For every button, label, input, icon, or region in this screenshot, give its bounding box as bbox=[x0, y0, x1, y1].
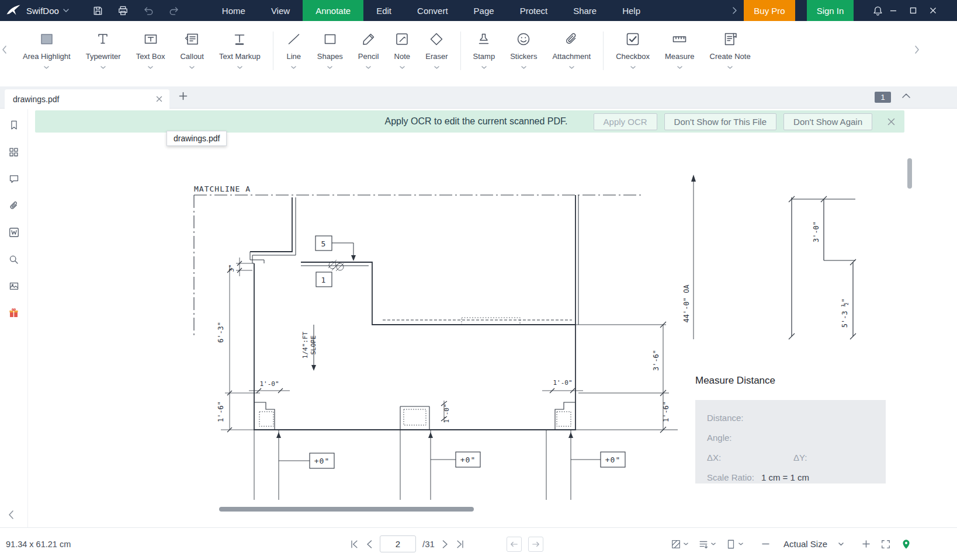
menu-share[interactable]: Share bbox=[560, 0, 609, 21]
zoom-dropdown-chevron-icon[interactable] bbox=[838, 542, 844, 546]
page-count-badge[interactable]: 1 bbox=[875, 92, 891, 103]
tool-stamp[interactable]: Stamp bbox=[466, 21, 503, 69]
scroll-mode-button[interactable] bbox=[698, 539, 716, 549]
previous-page-icon[interactable] bbox=[365, 540, 373, 549]
app-menu-caret-icon[interactable] bbox=[63, 9, 69, 12]
elevation-label: +0" bbox=[605, 455, 620, 464]
pdf-page-canvas[interactable]: Apply OCR to edit the current scanned PD… bbox=[28, 109, 957, 527]
apply-ocr-button[interactable]: Apply OCR bbox=[594, 113, 657, 130]
sidebar-item-snapshot[interactable] bbox=[7, 280, 21, 293]
minimize-button[interactable] bbox=[883, 0, 903, 21]
chevron-down-icon[interactable] bbox=[327, 66, 332, 69]
first-page-icon[interactable] bbox=[349, 540, 359, 549]
chevron-down-icon[interactable] bbox=[677, 66, 682, 69]
chevron-down-icon[interactable] bbox=[100, 66, 106, 69]
menu-protect[interactable]: Protect bbox=[507, 0, 561, 21]
tool-text-markup[interactable]: Text Markup bbox=[211, 21, 268, 69]
chevron-down-icon[interactable] bbox=[481, 66, 487, 69]
sidebar-item-thumbnails[interactable] bbox=[7, 145, 21, 158]
history-back-button[interactable] bbox=[507, 537, 522, 552]
horizontal-scrollbar[interactable] bbox=[28, 507, 957, 512]
chevron-down-icon[interactable] bbox=[366, 66, 371, 69]
chevron-down-icon[interactable] bbox=[521, 66, 526, 69]
fullscreen-icon[interactable] bbox=[880, 539, 891, 549]
menu-convert[interactable]: Convert bbox=[404, 0, 461, 21]
print-icon[interactable] bbox=[117, 5, 129, 16]
vertical-scrollbar[interactable] bbox=[907, 109, 913, 527]
stamp-icon bbox=[476, 30, 492, 48]
dimension-label: 44'-0" OA bbox=[682, 284, 691, 323]
chevron-down-icon[interactable] bbox=[630, 66, 636, 69]
sidebar-item-attachments[interactable] bbox=[7, 199, 21, 212]
tool-measure[interactable]: Measure bbox=[657, 21, 702, 69]
tab-drawings-pdf[interactable]: drawings.pdf bbox=[5, 89, 169, 109]
ribbon-scroll-right-icon[interactable] bbox=[915, 46, 920, 54]
banner-close-icon[interactable] bbox=[887, 118, 895, 126]
bell-icon[interactable] bbox=[872, 5, 883, 16]
tool-create-note[interactable]: Create Note bbox=[702, 21, 758, 69]
chevron-down-icon[interactable] bbox=[189, 66, 195, 69]
chevron-down-icon[interactable] bbox=[434, 66, 439, 69]
sidebar-item-word-convert[interactable] bbox=[7, 226, 21, 239]
save-icon[interactable] bbox=[92, 5, 103, 16]
add-tab-icon[interactable] bbox=[179, 92, 188, 100]
sidebar-collapse-chevron-left-icon[interactable] bbox=[8, 510, 13, 519]
page-fit-mode-button[interactable] bbox=[726, 539, 743, 549]
tool-typewriter[interactable]: Typewriter bbox=[78, 21, 129, 69]
dont-show-again-button[interactable]: Don't Show Again bbox=[783, 113, 872, 130]
slope-label: SLOPE bbox=[310, 335, 317, 354]
tool-shapes[interactable]: Shapes bbox=[310, 21, 351, 69]
menu-edit[interactable]: Edit bbox=[363, 0, 404, 21]
next-page-icon[interactable] bbox=[441, 540, 449, 549]
menu-help[interactable]: Help bbox=[609, 0, 653, 21]
last-page-icon[interactable] bbox=[456, 540, 465, 549]
sign-in-button[interactable]: Sign In bbox=[807, 0, 854, 21]
tool-checkbox[interactable]: Checkbox bbox=[608, 21, 657, 69]
page-number-input[interactable] bbox=[380, 535, 416, 552]
chevron-down-icon[interactable] bbox=[400, 66, 405, 69]
tool-stickers[interactable]: Stickers bbox=[502, 21, 545, 69]
vertical-scrollbar-thumb[interactable] bbox=[907, 158, 912, 189]
horizontal-scrollbar-thumb[interactable] bbox=[219, 507, 474, 512]
buy-pro-button[interactable]: Buy Pro bbox=[744, 0, 795, 21]
chevron-down-icon[interactable] bbox=[148, 66, 153, 69]
menu-home[interactable]: Home bbox=[209, 0, 258, 21]
collapse-ribbon-chevron-up-icon[interactable] bbox=[902, 93, 910, 98]
tool-text-box[interactable]: Text Box bbox=[129, 21, 173, 69]
chevron-down-icon[interactable] bbox=[727, 66, 733, 69]
chevron-down-icon[interactable] bbox=[291, 66, 296, 69]
chevron-down-icon[interactable] bbox=[569, 66, 574, 69]
zoom-level-label[interactable]: Actual Size bbox=[783, 539, 827, 549]
menu-view[interactable]: View bbox=[258, 0, 303, 21]
menu-page[interactable]: Page bbox=[461, 0, 507, 21]
scale-ratio-value: 1 cm = 1 cm bbox=[761, 472, 809, 482]
tool-callout[interactable]: Callout bbox=[172, 21, 211, 69]
sidebar-item-search[interactable] bbox=[7, 253, 21, 266]
sidebar-item-bookmarks[interactable] bbox=[7, 119, 21, 131]
ribbon-scroll-left-icon[interactable] bbox=[2, 46, 6, 54]
menu-annotate[interactable]: Annotate bbox=[303, 0, 363, 21]
zoom-out-icon[interactable] bbox=[761, 540, 770, 548]
sidebar-item-gift[interactable] bbox=[7, 307, 21, 319]
pin-location-icon[interactable] bbox=[901, 539, 911, 549]
select-mode-button[interactable] bbox=[671, 539, 688, 549]
tab-close-icon[interactable] bbox=[156, 96, 162, 102]
tool-pencil[interactable]: Pencil bbox=[351, 21, 386, 69]
pencil-icon bbox=[360, 30, 377, 48]
undo-icon[interactable] bbox=[143, 5, 154, 16]
chevron-down-icon[interactable] bbox=[44, 66, 49, 69]
history-forward-button[interactable] bbox=[528, 537, 543, 552]
tool-area-highlight[interactable]: Area Highlight bbox=[15, 21, 78, 69]
dont-show-file-button[interactable]: Don't Show for This File bbox=[664, 113, 776, 130]
menu-overflow-chevron-icon[interactable] bbox=[733, 7, 737, 14]
zoom-in-icon[interactable] bbox=[862, 540, 871, 548]
close-button[interactable] bbox=[923, 0, 943, 21]
sidebar-item-comments[interactable] bbox=[7, 172, 21, 185]
tool-attachment[interactable]: Attachment bbox=[545, 21, 598, 69]
tool-eraser[interactable]: Eraser bbox=[418, 21, 455, 69]
chevron-down-icon[interactable] bbox=[237, 66, 242, 69]
tool-line[interactable]: Line bbox=[278, 21, 310, 69]
tool-note[interactable]: Note bbox=[386, 21, 418, 69]
maximize-button[interactable] bbox=[903, 0, 923, 21]
redo-icon[interactable] bbox=[168, 5, 180, 16]
